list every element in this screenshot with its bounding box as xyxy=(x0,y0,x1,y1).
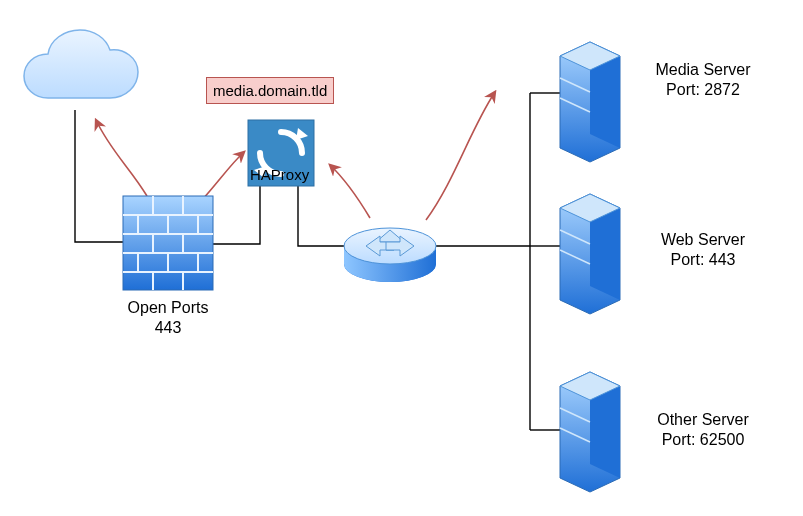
server-media-label: Media Server Port: 2872 xyxy=(638,60,768,100)
firewall-label-line2: 443 xyxy=(118,318,218,338)
domain-label-box: media.domain.tld xyxy=(206,77,334,104)
svg-rect-0 xyxy=(123,196,213,290)
router-icon xyxy=(344,228,436,282)
firewall-icon xyxy=(123,196,213,290)
server-web-name: Web Server xyxy=(638,230,768,250)
cloud-icon xyxy=(24,30,138,98)
haproxy-label: HAProxy xyxy=(250,166,309,183)
server-web-label: Web Server Port: 443 xyxy=(638,230,768,270)
server-other-port: Port: 62500 xyxy=(638,430,768,450)
firewall-label: Open Ports 443 xyxy=(118,298,218,338)
server-web-icon xyxy=(560,194,620,314)
diagram-canvas: media.domain.tld HAProxy Open Ports 443 … xyxy=(0,0,803,516)
firewall-label-line1: Open Ports xyxy=(118,298,218,318)
server-other-name: Other Server xyxy=(638,410,768,430)
server-other-icon xyxy=(560,372,620,492)
server-other-label: Other Server Port: 62500 xyxy=(638,410,768,450)
server-media-port: Port: 2872 xyxy=(638,80,768,100)
server-media-name: Media Server xyxy=(638,60,768,80)
server-web-port: Port: 443 xyxy=(638,250,768,270)
server-media-icon xyxy=(560,42,620,162)
